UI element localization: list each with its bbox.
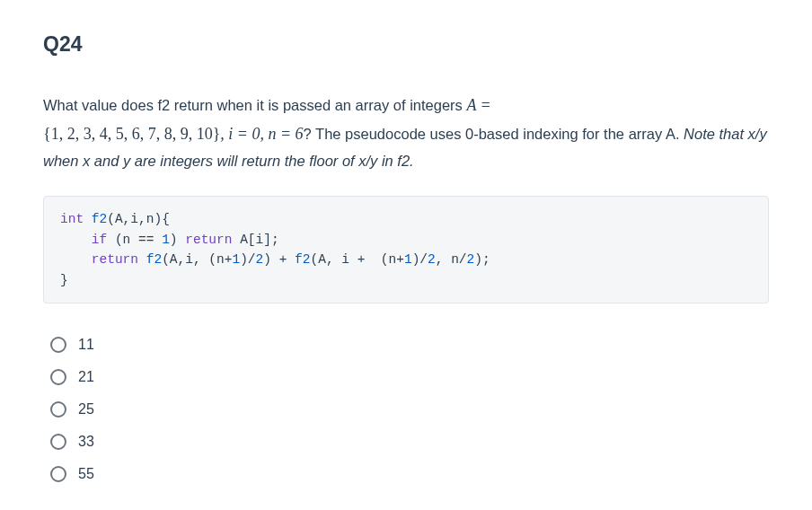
option-3[interactable]: 33 — [50, 426, 769, 458]
question-prompt: What value does f2 return when it is pas… — [43, 91, 769, 174]
math-n-eq: , n = 6 — [260, 125, 303, 143]
option-label: 55 — [78, 466, 94, 482]
math-array-eq: A = — [466, 96, 490, 114]
option-0[interactable]: 11 — [50, 329, 769, 361]
option-label: 11 — [78, 337, 94, 353]
question-container: Q24 What value does f2 return when it is… — [0, 0, 812, 510]
math-array-set: {1, 2, 3, 4, 5, 6, 7, 8, 9, 10} — [43, 125, 220, 143]
radio-icon — [50, 466, 66, 482]
options-group: 11 21 25 33 55 — [43, 329, 769, 490]
option-label: 25 — [78, 401, 94, 418]
option-label: 21 — [78, 369, 94, 385]
math-i-eq: , i = 0 — [220, 125, 260, 143]
option-1[interactable]: 21 — [50, 361, 769, 393]
prompt-text-1: What value does f2 return when it is pas… — [43, 97, 466, 113]
question-number: Q24 — [43, 32, 769, 57]
option-label: 33 — [78, 434, 94, 450]
radio-icon — [50, 337, 66, 353]
radio-icon — [50, 434, 66, 450]
code-block: int f2(A,i,n){ if (n == 1) return A[i]; … — [43, 196, 769, 303]
option-2[interactable]: 25 — [50, 393, 769, 426]
radio-icon — [50, 369, 66, 385]
option-4[interactable]: 55 — [50, 458, 769, 490]
radio-icon — [50, 401, 66, 418]
prompt-text-2: ? The pseudocode uses 0-based indexing f… — [304, 126, 684, 142]
